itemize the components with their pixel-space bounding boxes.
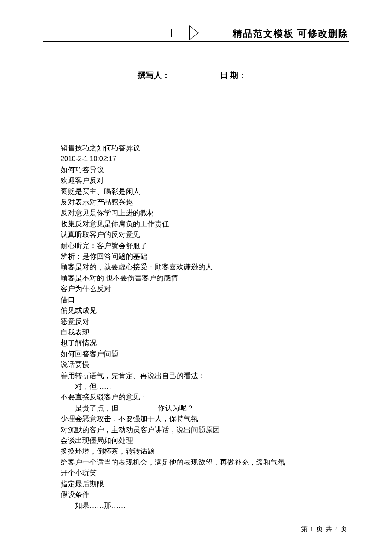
arrow-icon [171, 26, 199, 39]
body-line: 如果……那…… [61, 500, 332, 511]
body-line: 欢迎客户反对 [61, 175, 332, 186]
body-line: 借口 [61, 295, 332, 305]
body-line: 给客户一个适当的表现机会，满足他的表现欲望，再做补充，缓和气氛 [61, 457, 332, 468]
body-line: 少理会恶意攻击，不要强加于人，保持气氛 [61, 413, 332, 424]
date-label: 日 期： [220, 71, 246, 80]
body-line: 开个小玩笑 [61, 468, 332, 478]
body-line: 指定最后期限 [61, 479, 332, 489]
body-line: 恶意反对 [61, 316, 332, 327]
body-line: 偏见或成见 [61, 305, 332, 316]
body-line: 对，但…… [61, 381, 332, 392]
body-timestamp: 2010-2-1 10:02:17 [61, 153, 332, 164]
body-line: 认真听取客户的反对意见 [61, 229, 332, 240]
author-blank [170, 77, 218, 77]
body-line: 耐心听完：客户就会舒服了 [61, 240, 332, 251]
body-line: 说话要慢 [61, 359, 332, 370]
body-line: 换换环境，倒杯茶，转转话题 [61, 446, 332, 457]
body-line: 顾客是不对的,也不要伤害客户的感情 [61, 273, 332, 283]
body-line: 销售技巧之如何巧答异议 [61, 143, 332, 153]
body-line: 不要直接反驳客户的意见： [61, 392, 332, 402]
body-line: 如何巧答异议 [61, 165, 332, 175]
page-footer: 第 1 页 共 4 页 [301, 525, 348, 534]
document-body: 销售技巧之如何巧答异议 2010-2-1 10:02:17 如何巧答异议 欢迎客… [61, 143, 332, 511]
date-blank [246, 77, 294, 77]
body-span: 你认为呢？ [158, 404, 194, 412]
body-line: 反对意见是你学习上进的教材 [61, 208, 332, 218]
body-line: 收集反对意见是你肩负的工作责任 [61, 219, 332, 229]
body-line: 顾客是对的，就要虚心接受：顾客喜欢谦逊的人 [61, 262, 332, 272]
body-line: 对沉默的客户，主动动员客户讲话，说出问题原因 [61, 425, 332, 435]
header-title: 精品范文模板 可修改删除 [233, 27, 349, 40]
body-line: 想了解情况 [61, 338, 332, 348]
body-line: 反对表示对产品感兴趣 [61, 197, 332, 208]
body-line: 如何回答客户问题 [61, 349, 332, 359]
body-line: 善用转折语气，先肯定、再说出自己的看法： [61, 370, 332, 381]
body-line: 假设条件 [61, 489, 332, 500]
body-line: 自我表现 [61, 327, 332, 338]
body-line: 客户为什么反对 [61, 283, 332, 294]
body-line: 会谈出现僵局如何处理 [61, 435, 332, 446]
body-line: 是贵了点，但……你认为呢？ [61, 403, 332, 413]
body-line: 褒贬是买主、喝彩是闲人 [61, 186, 332, 197]
author-line: 撰写人： 日 期： [43, 70, 349, 81]
header-rule [43, 41, 349, 42]
body-line: 辨析：是你回答问题的基础 [61, 251, 332, 262]
author-label: 撰写人： [138, 71, 170, 80]
body-span: 是贵了点，但…… [75, 404, 133, 412]
